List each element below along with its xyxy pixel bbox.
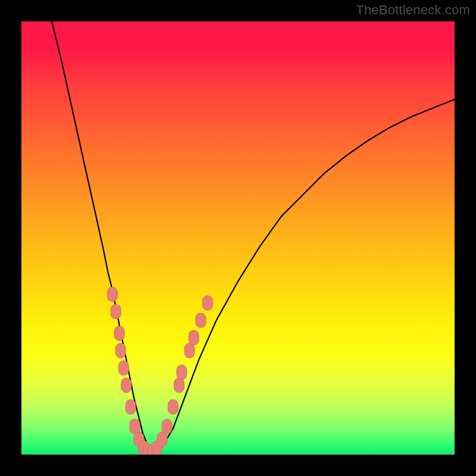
highlighted-point <box>115 343 126 358</box>
highlighted-points-group <box>107 287 212 455</box>
highlighted-point <box>111 305 121 319</box>
highlighted-point <box>121 378 131 393</box>
watermark-text: TheBottleneck.com <box>356 2 470 18</box>
highlighted-point <box>189 330 199 345</box>
highlighted-point <box>157 433 167 447</box>
highlighted-point <box>126 400 136 414</box>
bottleneck-curve <box>52 21 455 452</box>
chart-plot-area <box>21 21 455 455</box>
highlighted-point <box>196 313 206 327</box>
highlighted-point <box>107 287 117 302</box>
highlighted-point <box>184 343 195 358</box>
chart-frame: TheBottleneck.com <box>0 0 476 476</box>
highlighted-point <box>174 378 184 393</box>
highlighted-point <box>168 400 178 414</box>
highlighted-point <box>203 296 213 310</box>
highlighted-point <box>162 419 172 434</box>
highlighted-point <box>118 361 129 375</box>
highlighted-point <box>177 365 187 380</box>
chart-svg <box>21 21 455 455</box>
highlighted-point <box>130 419 140 434</box>
highlighted-point <box>114 326 124 340</box>
